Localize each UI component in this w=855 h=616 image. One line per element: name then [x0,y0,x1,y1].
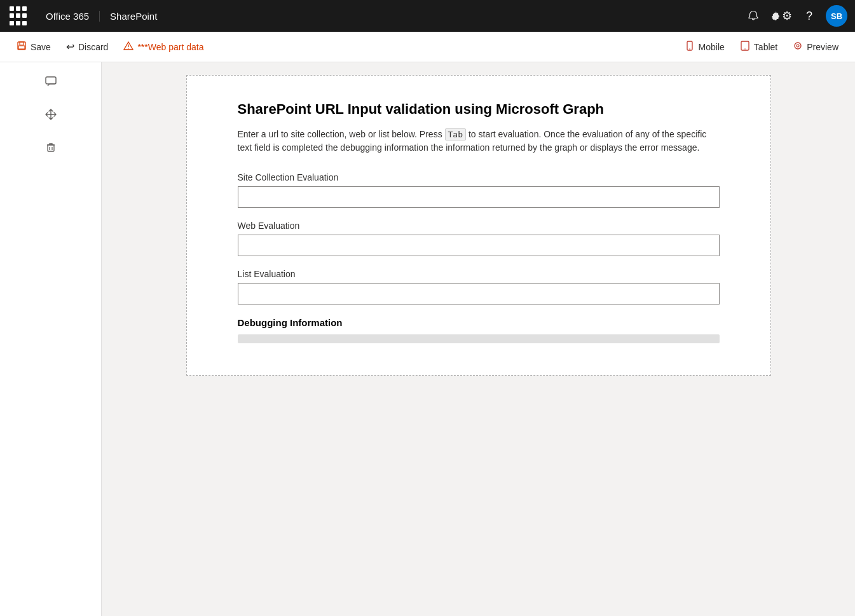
notifications-icon[interactable] [742,4,765,27]
tablet-icon [740,41,750,53]
svg-rect-2 [18,46,25,49]
mobile-icon [685,41,695,53]
warning-icon [123,41,133,53]
web-evaluation-input[interactable] [238,235,720,256]
main-content: SharePoint URL Input validation using Mi… [0,62,855,616]
nav-icons-group: ⚙ ? SB [742,4,847,27]
waffle-menu[interactable] [8,6,28,26]
debug-bar [238,334,720,343]
svg-point-7 [689,48,690,49]
web-evaluation-label: Web Evaluation [238,221,720,231]
save-label: Save [31,42,51,52]
user-avatar[interactable]: SB [826,5,847,27]
svg-point-5 [128,48,129,48]
preview-button[interactable]: Preview [786,37,845,57]
mobile-button[interactable]: Mobile [678,37,731,57]
discard-label: Discard [78,42,108,52]
webpart-title: SharePoint URL Input validation using Mi… [238,101,720,118]
settings-icon[interactable]: ⚙ [770,4,793,27]
preview-label: Preview [807,42,838,52]
webpart-data-button[interactable]: ***Web part data [117,37,210,57]
svg-point-10 [795,43,801,49]
site-collection-label: Site Collection Evaluation [238,172,720,182]
webpart-label: ***Web part data [137,42,203,52]
help-icon[interactable]: ? [798,4,821,27]
comment-icon-btn[interactable] [39,70,62,93]
tablet-button[interactable]: Tablet [734,37,784,57]
mobile-label: Mobile [699,42,725,52]
svg-point-11 [797,44,799,47]
page-area: SharePoint URL Input validation using Mi… [102,62,855,616]
save-icon [17,41,27,53]
discard-button[interactable]: ↩ Discard [60,37,114,57]
svg-rect-13 [48,145,54,151]
list-evaluation-label: List Evaluation [238,269,720,279]
svg-rect-1 [20,42,24,45]
site-collection-field-group: Site Collection Evaluation [238,172,720,221]
move-icon-btn[interactable] [39,103,62,126]
discard-icon: ↩ [66,41,74,53]
save-button[interactable]: Save [10,37,57,57]
app-name-label: Office 365 [36,11,100,22]
debug-title: Debugging Information [238,317,720,328]
svg-rect-12 [46,77,56,84]
toolbar: Save ↩ Discard ***Web part data Mobile T… [0,32,855,62]
webpart-container: SharePoint URL Input validation using Mi… [186,75,771,376]
delete-icon-btn[interactable] [39,136,62,159]
tablet-label: Tablet [754,42,777,52]
app-sub-label: SharePoint [100,11,167,22]
web-evaluation-field-group: Web Evaluation [238,221,720,269]
site-collection-input[interactable] [238,186,720,208]
preview-icon [793,41,803,53]
list-evaluation-input[interactable] [238,283,720,305]
tab-key-hint: Tab [445,128,466,140]
svg-point-9 [744,48,745,49]
left-sidebar [0,62,102,616]
webpart-description: Enter a url to site collection, web or l… [238,128,720,154]
list-evaluation-field-group: List Evaluation [238,269,720,317]
view-controls: Mobile Tablet Preview [678,37,845,57]
top-navigation: Office 365 SharePoint ⚙ ? SB [0,0,855,32]
